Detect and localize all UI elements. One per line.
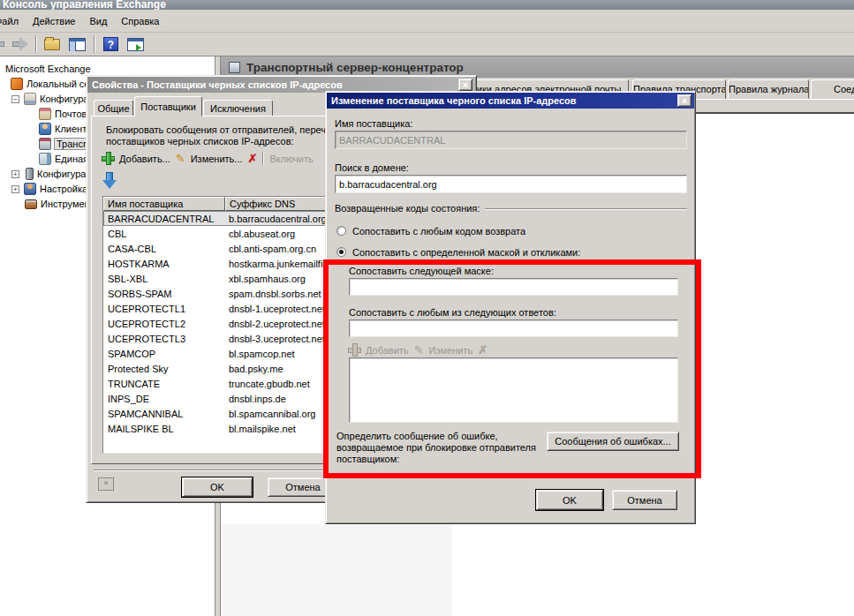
ok-button[interactable]: OK [182, 477, 253, 497]
edit-pencil-icon: ✎ [414, 343, 424, 357]
exchange-server-icon [11, 78, 23, 90]
edit-pencil-icon[interactable]: ✎ [176, 152, 185, 165]
toolbar-separator [35, 35, 37, 53]
properties-dialog-title: Свойства - Поставщики черных списков IP-… [92, 79, 343, 90]
edit-dialog-titlebar: Изменение поставщика черного списка IP-а… [327, 93, 694, 109]
menu-file[interactable]: Файл [0, 12, 26, 30]
responses-label: Сопоставить с любым из следующих ответов… [349, 307, 556, 318]
add-button[interactable]: Добавить... [119, 154, 170, 164]
responses-field[interactable] [349, 319, 678, 337]
error-message-text-line1: Определить сообщение об ошибке, [336, 431, 498, 441]
result-pane-title: Транспортный сервер-концентратор [246, 61, 464, 74]
tree-root-microsoft-exchange[interactable]: Microsoft Exchange [2, 62, 91, 76]
show-console-tree-icon[interactable] [68, 36, 87, 52]
edit-dialog-title: Изменение поставщика черного списка IP-а… [331, 95, 577, 106]
tab-exceptions[interactable]: Исключения [203, 100, 273, 116]
status-codes-group: Возвращенные коды состояния: [335, 203, 687, 214]
command-shell-icon[interactable]: » [98, 477, 114, 491]
group-line [485, 208, 687, 210]
enable-button: Включить [269, 154, 313, 164]
responses-toolbar: Добавить ✎ Изменить ✗ [349, 343, 487, 357]
add-icon[interactable] [102, 153, 114, 164]
cancel-button[interactable]: Отмена [612, 490, 677, 510]
close-icon[interactable]: × [677, 94, 692, 107]
edit-button-disabled: Изменить [429, 345, 473, 356]
forward-arrow-icon[interactable] [11, 37, 30, 51]
error-messages-button[interactable]: Сообщения об ошибках... [547, 432, 679, 451]
tab-connectors[interactable]: Соединители [811, 79, 854, 99]
error-message-text-line2: возвращаемое при блокировке отправителя [336, 442, 536, 453]
menu-view[interactable]: Вид [82, 12, 114, 30]
lookup-domain-label: Поиск в домене: [335, 162, 409, 173]
column-provider-name[interactable]: Имя поставщика [103, 197, 225, 211]
help-icon[interactable]: ? [102, 36, 121, 52]
exchange-management-console: Консоль управления Exchange Файл Действи… [0, 0, 854, 616]
tab-providers[interactable]: Поставщики [134, 96, 202, 116]
status-codes-label: Возвращенные коды состояния: [335, 203, 480, 214]
edit-button[interactable]: Изменить... [191, 154, 243, 164]
organization-config-icon [24, 93, 36, 105]
window-title: Консоль управления Exchange [3, 0, 166, 10]
toolbar-separator [94, 35, 95, 53]
expand-icon[interactable]: + [11, 170, 19, 178]
ok-button[interactable]: OK [536, 490, 603, 510]
move-down-icon[interactable] [102, 173, 117, 189]
error-message-text-line3: поставщиком: [336, 454, 399, 464]
recipients-icon [24, 183, 36, 195]
show-action-pane-icon[interactable] [126, 36, 146, 52]
tab-journal-rules[interactable]: Правила журнала [728, 79, 809, 99]
toolbar-separator [262, 152, 264, 165]
radio-match-any-return-code[interactable] [336, 226, 346, 236]
provider-name-label: Имя поставщика: [335, 118, 412, 129]
result-pane-footer-area [221, 524, 452, 616]
mask-field[interactable] [349, 278, 678, 296]
responses-listbox[interactable] [349, 357, 678, 423]
mailbox-icon [39, 108, 51, 120]
edit-provider-dialog: Изменение поставщика черного списка IP-а… [325, 91, 696, 524]
hub-transport-icon [39, 138, 51, 150]
delete-icon[interactable]: ✗ [248, 152, 258, 165]
server-config-icon [26, 168, 34, 180]
unified-messaging-icon [39, 153, 51, 165]
lookup-domain-field[interactable] [335, 175, 687, 193]
toolbox-icon [25, 199, 37, 209]
hub-transport-header-icon [229, 62, 240, 73]
menu-help[interactable]: Справка [114, 12, 166, 30]
add-button-disabled: Добавить [366, 345, 409, 356]
tab-general[interactable]: Общие [94, 100, 133, 116]
block-description-line2: поставщиков черных списков IP-адресов: [106, 136, 294, 146]
delete-icon: ✗ [478, 343, 487, 357]
window-titlebar: Консоль управления Exchange [0, 0, 854, 10]
collapse-icon[interactable]: − [11, 95, 19, 103]
back-arrow-icon[interactable] [0, 37, 7, 51]
export-folder-icon[interactable] [43, 36, 63, 52]
providers-toolbar: Добавить... ✎ Изменить... ✗ Включить [102, 152, 314, 165]
expand-icon[interactable]: + [11, 185, 19, 193]
menu-action[interactable]: Действие [26, 12, 82, 30]
radio-specific-label[interactable]: Сопоставить с определенной маской и откл… [352, 247, 580, 258]
radio-any-label[interactable]: Сопоставить с любым кодом возврата [352, 226, 525, 237]
client-access-icon [39, 123, 51, 135]
menu-bar: Файл Действие Вид Справка [0, 10, 854, 33]
provider-name-field [335, 131, 687, 149]
close-icon[interactable]: × [458, 79, 472, 91]
radio-match-specific-mask[interactable] [336, 247, 346, 257]
toolbar: ? [0, 33, 854, 56]
mask-label: Сопоставить следующей маске: [349, 266, 494, 276]
add-icon [349, 344, 360, 356]
